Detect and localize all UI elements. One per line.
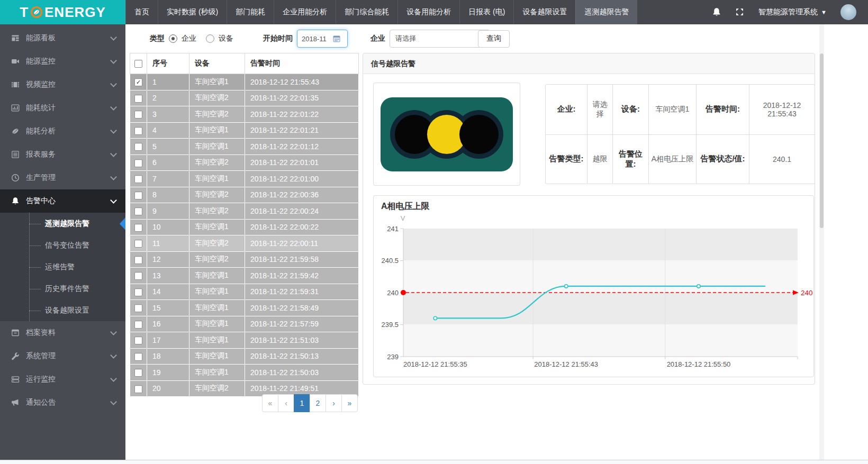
type-radio[interactable] <box>206 34 214 43</box>
row-checkbox[interactable] <box>134 127 142 135</box>
scrollbar-thumb[interactable] <box>820 53 824 228</box>
row-checkbox[interactable] <box>134 207 142 215</box>
nav-item[interactable]: 部门能耗 <box>227 0 274 24</box>
table-row[interactable]: 17车间空调12018-11-22 21:51:03 <box>130 332 359 349</box>
sidebar-subitem[interactable]: 历史事件告警 <box>0 278 125 299</box>
nav-item[interactable]: 遥测越限告警 <box>575 0 637 24</box>
sidebar-item[interactable]: 能源看板 <box>0 26 125 50</box>
table-row[interactable]: 2车间空调22018-11-22 22:01:35 <box>130 90 359 106</box>
film-icon <box>11 80 20 89</box>
megaphone-icon <box>11 398 20 407</box>
nav-item[interactable]: 设备越限设置 <box>513 0 575 24</box>
table-row[interactable]: 3车间空调22018-11-22 22:01:22 <box>130 106 359 123</box>
row-alarm-time: 2018-11-22 21:59:58 <box>245 251 359 268</box>
row-checkbox[interactable] <box>134 288 142 296</box>
page-button[interactable]: « <box>262 394 278 412</box>
row-checkbox[interactable] <box>134 143 142 151</box>
row-number: 19 <box>147 365 189 381</box>
page-button[interactable]: › <box>326 394 342 412</box>
table-row[interactable]: 12车间空调22018-11-22 21:59:58 <box>130 251 359 268</box>
row-checkbox[interactable] <box>134 175 142 183</box>
table-row[interactable]: 13车间空调12018-11-22 21:59:42 <box>130 268 359 284</box>
sidebar-subitem[interactable]: 信号变位告警 <box>0 234 125 256</box>
row-checkbox-cell <box>130 139 147 155</box>
nav-item[interactable]: 首页 <box>125 0 158 24</box>
sidebar-item[interactable]: 视频监控 <box>0 73 125 96</box>
table-row[interactable]: 18车间空调12018-11-22 21:50:13 <box>130 348 359 365</box>
table-row[interactable]: 15车间空调12018-11-22 21:58:49 <box>130 300 359 316</box>
table-row[interactable]: 11车间空调22018-11-22 22:00:11 <box>130 235 359 252</box>
sidebar-subitem[interactable]: 遥测越限告警 <box>0 213 125 234</box>
select-all-checkbox[interactable] <box>134 60 142 68</box>
sidebar-subitem[interactable]: 运维告警 <box>0 256 125 278</box>
alarm-list: 序号设备告警时间 ✓1车间空调12018-12-12 21:55:432车间空调… <box>130 53 358 397</box>
row-checkbox[interactable] <box>134 321 142 329</box>
row-checkbox[interactable] <box>134 111 142 119</box>
row-checkbox[interactable] <box>134 369 142 377</box>
nav-item[interactable]: 部门综合能耗 <box>336 0 397 24</box>
sidebar-item[interactable]: 生产管理 <box>0 166 125 189</box>
brand-logo[interactable]: T ENERGY <box>0 0 125 24</box>
row-checkbox[interactable]: ✓ <box>134 78 142 86</box>
table-row[interactable]: 16车间空调12018-11-22 21:57:59 <box>130 316 359 332</box>
row-checkbox[interactable] <box>134 159 142 167</box>
calendar-icon[interactable] <box>333 35 340 42</box>
vertical-scrollbar[interactable] <box>819 24 824 460</box>
info-field-label: 企业: <box>546 85 587 134</box>
row-checkbox[interactable] <box>134 240 142 248</box>
nav-item[interactable]: 企业用能分析 <box>274 0 336 24</box>
nav-item[interactable]: 日报表 (电) <box>459 0 513 24</box>
avatar[interactable] <box>840 4 856 20</box>
row-device: 车间空调2 <box>189 380 245 397</box>
row-checkbox-cell <box>130 171 147 187</box>
fullscreen-icon[interactable] <box>735 7 745 17</box>
notification-bell-icon[interactable] <box>712 7 721 17</box>
sidebar-item[interactable]: 档案资料 <box>0 321 125 344</box>
sidebar-item[interactable]: 系统管理 <box>0 344 125 368</box>
panel-title: 信号越限告警 <box>363 53 815 74</box>
table-row[interactable]: ✓1车间空调12018-12-12 21:55:43 <box>130 74 359 90</box>
type-radio[interactable] <box>169 34 177 43</box>
page-button[interactable]: ‹ <box>278 394 294 412</box>
row-alarm-time: 2018-11-22 22:00:22 <box>245 219 359 235</box>
row-checkbox[interactable] <box>134 304 142 312</box>
table-row[interactable]: 7车间空调12018-11-22 22:01:00 <box>130 171 359 187</box>
row-checkbox[interactable] <box>134 256 142 264</box>
page-button[interactable]: 1 <box>294 394 310 412</box>
table-row[interactable]: 5车间空调12018-11-22 22:01:12 <box>130 139 359 155</box>
enterprise-select[interactable]: 请选择 ▼ <box>390 30 490 48</box>
sidebar-item[interactable]: 通知公告 <box>0 391 125 414</box>
nav-item[interactable]: 实时数据 (秒级) <box>158 0 227 24</box>
table-row[interactable]: 8车间空调22018-11-22 22:00:36 <box>130 187 359 203</box>
table-row[interactable]: 19车间空调12018-11-22 21:50:03 <box>130 365 359 381</box>
search-button[interactable]: 查询 <box>478 30 510 48</box>
sidebar-item[interactable]: 告警中心 <box>0 189 125 213</box>
sidebar-item[interactable]: 报表服务 <box>0 143 125 166</box>
bottom-scroll-strip[interactable] <box>0 460 868 464</box>
table-row[interactable]: 14车间空调12018-11-22 21:59:31 <box>130 284 359 300</box>
row-checkbox[interactable] <box>134 353 142 361</box>
start-time-input[interactable] <box>297 30 348 48</box>
row-checkbox[interactable] <box>134 336 142 344</box>
nav-item[interactable]: 设备用能分析 <box>397 0 459 24</box>
table-row[interactable]: 4车间空调12018-11-22 22:01:21 <box>130 122 359 139</box>
row-checkbox[interactable] <box>134 95 142 103</box>
user-system-menu[interactable]: 智慧能源管理系统 ▼ <box>758 7 827 17</box>
sidebar-item[interactable]: 能源监控 <box>0 50 125 73</box>
table-row[interactable]: 10车间空调12018-11-22 22:00:22 <box>130 219 359 235</box>
page-button[interactable]: » <box>341 394 358 412</box>
row-checkbox[interactable] <box>134 224 142 232</box>
start-time-group: 开始时间 <box>263 24 348 53</box>
sidebar-item[interactable]: 能耗统计 <box>0 96 125 120</box>
row-checkbox[interactable] <box>134 385 142 393</box>
start-time-label: 开始时间 <box>263 34 293 43</box>
sidebar-subitem[interactable]: 设备越限设置 <box>0 299 125 321</box>
table-row[interactable]: 9车间空调22018-11-22 22:00:24 <box>130 203 359 220</box>
row-checkbox[interactable] <box>134 192 142 199</box>
sidebar-item[interactable]: 能耗分析 <box>0 120 125 143</box>
start-time-value[interactable] <box>302 35 330 43</box>
sidebar-item[interactable]: 运行监控 <box>0 368 125 391</box>
row-checkbox[interactable] <box>134 272 142 280</box>
page-button[interactable]: 2 <box>310 394 326 412</box>
table-row[interactable]: 6车间空调22018-11-22 22:01:01 <box>130 154 359 171</box>
